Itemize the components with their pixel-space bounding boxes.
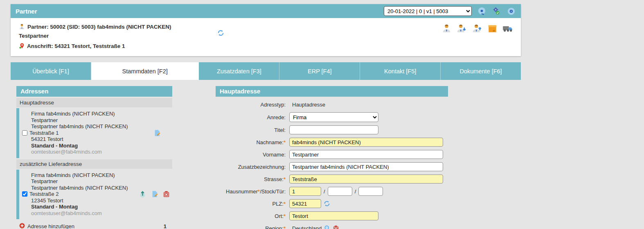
partner-card: Partner 20-01-2022 | 0 | v1 | 5003 <box>11 4 521 56</box>
anschrift-line: Anschrift: 54321 Testort, Teststraße 1 <box>19 43 514 50</box>
region-delete-icon[interactable] <box>333 225 339 229</box>
address-name: Testpartner <box>19 117 172 123</box>
hausnummer-field[interactable] <box>289 187 321 196</box>
partner-summary: Partner: 50002 (SID: 5003) fab4minds (NI… <box>19 23 195 40</box>
titel-label: Titel: <box>216 127 289 133</box>
anrede-select[interactable]: Firma <box>289 112 378 122</box>
form-row-ort: Ort:* <box>216 211 448 220</box>
map-pin-icon <box>19 43 25 50</box>
person-icon <box>19 23 25 32</box>
addresses-panel: Adressen Hauptadresse Firma fab4minds (N… <box>16 86 172 229</box>
address-street: Teststraße 1 <box>29 130 59 136</box>
address-extra: Testpartner fab4minds (NICHT PACKEN) <box>19 123 172 129</box>
ort-field[interactable] <box>289 211 378 220</box>
address-item[interactable]: Firma fab4minds (NICHT PACKEN) Testpartn… <box>16 108 172 158</box>
plz-label: PLZ: <box>272 201 283 207</box>
form-row-hausnummer: Hausnummer*/Stock/Tür: / / <box>216 187 448 196</box>
add-address-icon[interactable] <box>19 223 25 229</box>
region-value: Deutschland <box>289 225 322 229</box>
tab-kontakt[interactable]: Kontakt [F5] <box>360 62 441 80</box>
required-marker: * <box>284 225 286 229</box>
address-select-checkbox[interactable] <box>22 130 27 136</box>
tab-dokumente[interactable]: Dokumente [F6] <box>441 62 521 80</box>
titel-field[interactable] <box>289 125 378 134</box>
page-title: Partner <box>16 8 37 15</box>
anschrift-text: Anschrift: 54321 Testort, Teststraße 1 <box>27 43 125 49</box>
partner-window: Partner 20-01-2022 | 0 | v1 | 5003 <box>0 0 644 229</box>
person-icon[interactable] <box>442 24 451 33</box>
zusatzbezeichnung-field[interactable] <box>289 162 443 171</box>
tab-ueberblick[interactable]: Überblick [F1] <box>11 62 91 80</box>
add-address-label[interactable]: Adresse hinzufügen <box>27 223 74 229</box>
plz-refresh-icon[interactable] <box>324 200 330 207</box>
region-label: Region: <box>265 225 284 229</box>
strasse-label: Strasse: <box>264 176 284 182</box>
address-street: Teststraße 2 <box>29 191 59 197</box>
truck-icon[interactable] <box>502 24 513 33</box>
refresh-icon[interactable] <box>217 29 224 38</box>
required-marker: * <box>284 213 286 219</box>
address-city: 12345 Testort <box>19 197 172 204</box>
partner-infobar: Partner: 50002 (SID: 5003) fab4minds (NI… <box>11 18 521 56</box>
delete-icon[interactable] <box>163 191 169 197</box>
address-company: Firma fab4minds (NICHT PACKEN) <box>19 111 172 117</box>
stock-field[interactable] <box>328 187 352 196</box>
partner-toolbar <box>442 24 513 33</box>
form-row-zusatzbezeichnung: Zusatzbezeichnung: <box>216 162 448 171</box>
edit-icon[interactable] <box>153 129 161 137</box>
partner-text: Partner: 50002 (SID: 5003) fab4minds (NI… <box>19 24 171 39</box>
form-row-adresstyp: Adresstyp: Hauptadresse <box>216 100 448 109</box>
tab-bar: Überblick [F1] Stammdaten [F2] Zusatzdat… <box>11 62 521 80</box>
address-name: Testpartner <box>19 178 172 184</box>
disc-icon[interactable] <box>506 6 516 16</box>
tuer-field[interactable] <box>358 187 383 196</box>
form-row-vorname: Vorname: <box>216 150 448 159</box>
person-down-icon[interactable] <box>457 24 467 33</box>
sync-icon[interactable] <box>477 6 486 16</box>
nachname-field[interactable] <box>289 138 443 147</box>
hausnummer-label-suffix: /Stock/Tür: <box>260 188 286 195</box>
form-row-strasse: Strasse:* <box>216 175 448 184</box>
address-email: oomtestuser@fab4minds.com <box>19 149 172 155</box>
settings-check-icon[interactable] <box>491 6 501 16</box>
person-up-icon[interactable] <box>472 24 482 33</box>
version-select[interactable]: 20-01-2022 | 0 | v1 | 5003 <box>384 6 472 16</box>
form-row-region: Region:* Deutschland <box>216 224 448 229</box>
anrede-label: Anrede: <box>216 114 289 120</box>
hauptadresse-panel: Hauptadresse Adresstyp: Hauptadresse Anr… <box>216 86 448 229</box>
hausnummer-label: Hausnummer <box>226 188 258 195</box>
vorname-field[interactable] <box>289 150 443 159</box>
tab-erp[interactable]: ERP [F4] <box>279 62 360 80</box>
tab-stammdaten[interactable]: Stammdaten [F2] <box>91 62 199 80</box>
address-schedule: Standard - Montag <box>19 143 172 149</box>
address-email: oomtestuser@fab4minds.com <box>19 210 172 216</box>
vorname-label: Vorname: <box>216 152 289 158</box>
adresstyp-value: Hauptadresse <box>289 102 325 108</box>
titlebar: Partner 20-01-2022 | 0 | v1 | 5003 <box>11 4 521 18</box>
address-count: 1 <box>164 223 167 229</box>
strasse-field[interactable] <box>289 175 443 184</box>
titlebar-controls: 20-01-2022 | 0 | v1 | 5003 <box>384 6 516 16</box>
tab-zusatzdaten[interactable]: Zusatzdaten [F3] <box>199 62 279 80</box>
region-search-icon[interactable] <box>324 225 331 229</box>
required-marker: * <box>284 139 286 145</box>
nachname-label: Nachname: <box>256 139 283 145</box>
address-extra: Testpartner fab4minds (NICHT PACKEN) <box>19 185 172 191</box>
form-row-nachname: Nachname:* <box>216 138 448 147</box>
required-marker: * <box>284 201 286 207</box>
adresstyp-label: Adresstyp: <box>216 102 289 108</box>
address-city: 54321 Testort <box>19 136 172 142</box>
form-row-anrede: Anrede: Firma <box>216 112 448 122</box>
upload-icon[interactable] <box>139 190 146 198</box>
address-schedule: Standard - Montag <box>19 204 172 210</box>
zusatzbezeichnung-label: Zusatzbezeichnung: <box>216 164 289 170</box>
edit-icon[interactable] <box>151 190 158 198</box>
package-icon[interactable] <box>488 24 497 33</box>
address-group-header: zusätzliche Lieferadresse <box>16 159 172 169</box>
address-select-checkbox[interactable] <box>22 191 27 197</box>
form-row-titel: Titel: <box>216 125 448 134</box>
address-footer: Adresse hinzufügen 1 <box>16 223 172 229</box>
address-item[interactable]: Firma fab4minds (NICHT PACKEN) Testpartn… <box>16 170 172 220</box>
required-marker: * <box>284 176 286 182</box>
plz-field[interactable] <box>289 199 321 208</box>
